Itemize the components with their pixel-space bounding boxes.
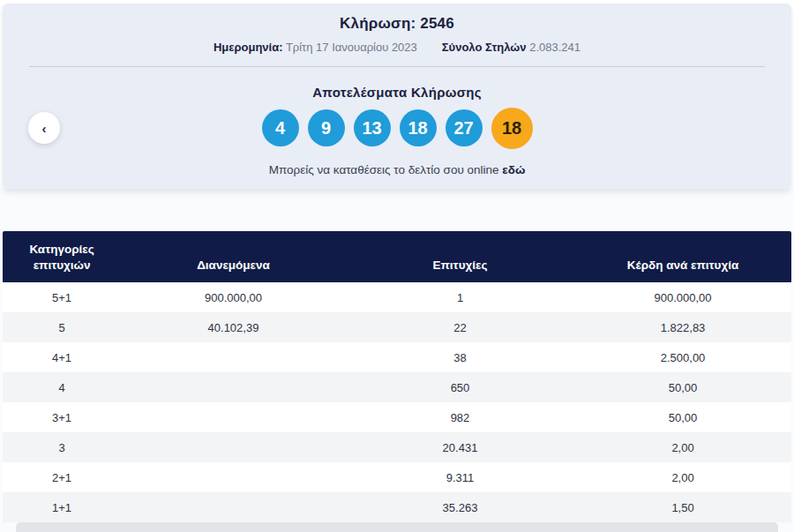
results-title: Αποτελέσματα Κλήρωσης — [3, 85, 791, 100]
draw-date-label: Ημερομηνία: — [213, 41, 283, 54]
online-cta-link[interactable]: εδώ — [502, 163, 525, 176]
cell-category: 5 — [3, 321, 121, 334]
header-distributed: Διανεμόμενα — [121, 231, 346, 282]
cell-category: 2+1 — [3, 471, 121, 484]
cell-per_win: 1,50 — [574, 501, 791, 514]
draw-title-label: Κλήρωση: — [340, 15, 416, 32]
table-row: 320.4312,00 — [3, 432, 791, 462]
cell-per_win: 2.500,00 — [574, 351, 791, 364]
results-table-body: 5+1900.000,001900.000,00540.102,39221.82… — [3, 282, 791, 522]
bonus-number-ball: 18 — [491, 108, 533, 149]
cell-per_win: 2,00 — [574, 441, 791, 454]
cell-wins: 9.311 — [346, 471, 574, 484]
cell-category: 1+1 — [3, 501, 121, 514]
prize-table: Κατηγορίες επιτυχιών Διανεμόμενα Επιτυχί… — [3, 231, 791, 522]
prize-table-header: Κατηγορίες επιτυχιών Διανεμόμενα Επιτυχί… — [3, 231, 791, 282]
cell-wins: 35.263 — [346, 501, 574, 514]
table-row: 4+1382.500,00 — [3, 342, 791, 372]
cell-category: 4+1 — [3, 351, 121, 364]
draw-date-value: Τρίτη 17 Ιανουαρίου 2023 — [286, 41, 417, 54]
draw-title: Κλήρωση: 2546 — [3, 15, 791, 33]
cell-category: 5+1 — [3, 291, 121, 304]
total-columns-label: Σύνολο Στηλών — [442, 41, 527, 54]
online-cta-text: Μπορείς να καταθέσεις το δελτίο σου onli… — [269, 163, 499, 176]
total-columns-value: 2.083.241 — [529, 41, 581, 54]
cell-wins: 20.431 — [346, 441, 574, 454]
cell-per_win: 2,00 — [574, 471, 791, 484]
chevron-left-icon: ‹ — [42, 122, 47, 135]
table-row: 3+198250,00 — [3, 402, 791, 432]
header-per-win: Κέρδη ανά επιτυχία — [574, 231, 791, 282]
draw-meta-row: Ημερομηνία: Τρίτη 17 Ιανουαρίου 2023 Σύν… — [3, 41, 791, 54]
cell-category: 3+1 — [3, 411, 121, 424]
table-row: 5+1900.000,001900.000,00 — [3, 282, 791, 312]
header-divider — [29, 66, 765, 67]
header-categories: Κατηγορίες επιτυχιών — [3, 231, 121, 282]
total-columns: Σύνολο Στηλών 2.083.241 — [442, 41, 581, 54]
winning-number-ball: 9 — [308, 109, 345, 146]
cell-wins: 982 — [346, 411, 574, 424]
cell-wins: 650 — [346, 381, 574, 394]
winning-number-ball: 18 — [400, 109, 437, 146]
header-wins: Επιτυχίες — [346, 231, 574, 282]
online-cta: Μπορείς να καταθέσεις το δελτίο σου onli… — [3, 163, 791, 176]
cell-category: 4 — [3, 381, 121, 394]
table-row: 465050,00 — [3, 372, 791, 402]
previous-draw-button[interactable]: ‹ — [28, 112, 60, 144]
cell-wins: 1 — [346, 291, 574, 304]
winning-number-ball: 27 — [446, 109, 483, 146]
cell-wins: 22 — [346, 321, 574, 334]
cell-per_win: 50,00 — [574, 411, 791, 424]
winning-number-ball: 4 — [262, 109, 299, 146]
cell-per_win: 50,00 — [574, 381, 791, 394]
winning-number-ball: 13 — [354, 109, 391, 146]
draw-title-number: 2546 — [420, 15, 454, 32]
cell-wins: 38 — [346, 351, 574, 364]
draw-date: Ημερομηνία: Τρίτη 17 Ιανουαρίου 2023 — [213, 41, 417, 54]
cell-category: 3 — [3, 441, 121, 454]
table-row: 540.102,39221.822,83 — [3, 312, 791, 342]
cell-distributed: 40.102,39 — [121, 321, 346, 334]
draw-header-card: Κλήρωση: 2546 Ημερομηνία: Τρίτη 17 Ιανου… — [3, 4, 791, 189]
table-row: 2+19.3112,00 — [3, 462, 791, 492]
cell-per_win: 1.822,83 — [574, 321, 791, 334]
winning-numbers: 4913182718 — [3, 106, 791, 150]
cell-distributed: 900.000,00 — [121, 291, 346, 304]
cell-per_win: 900.000,00 — [574, 291, 791, 304]
next-section-edge — [16, 522, 778, 532]
table-row: 1+135.2631,50 — [3, 492, 791, 522]
